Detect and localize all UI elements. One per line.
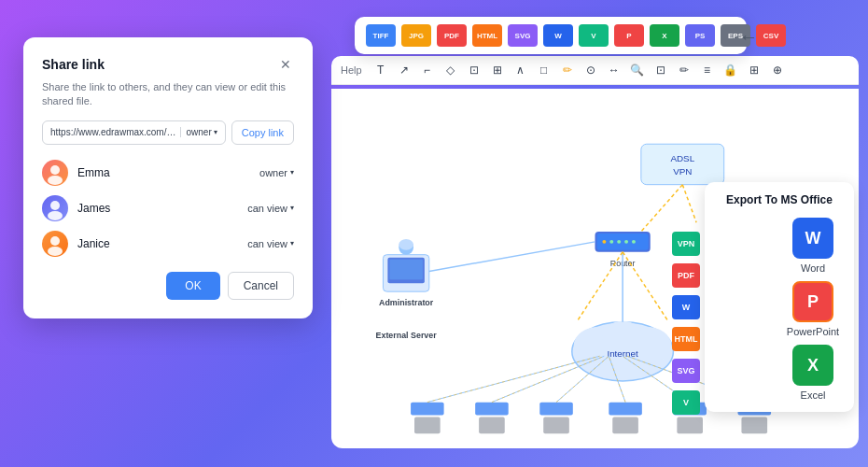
export-item-word[interactable]: W Word [783,218,843,274]
svg-rect-41 [609,403,642,416]
svg-text:External Server: External Server [376,331,438,340]
svg-text:VPN: VPN [673,166,692,177]
side-icon-pdf[interactable]: PDF [672,263,700,288]
ok-button[interactable]: OK [166,272,219,300]
svg-point-58 [48,247,63,256]
tool-text[interactable]: T [371,60,391,80]
user-row-janice: Janice can view ▾ [42,231,294,257]
svg-point-55 [50,201,60,210]
tool-corner[interactable]: ⌐ [417,60,438,80]
format-ppt[interactable]: P [614,24,644,47]
permission-emma[interactable]: owner ▾ [259,167,294,178]
close-button[interactable]: ✕ [277,56,294,73]
modal-footer: OK Cancel [42,272,294,300]
chevron-down-icon-emma: ▾ [290,168,294,177]
ppt-icon-box: P [792,281,833,322]
link-input-field[interactable]: https://www.edrawmax.com/online/fil owne… [42,120,226,145]
permission-label-janice: can view [247,238,287,249]
export-item-ppt[interactable]: P PowerPoint [783,281,843,337]
format-excel[interactable]: X [650,24,679,47]
svg-rect-33 [475,403,509,416]
svg-rect-34 [479,417,505,433]
help-label: Help [341,64,362,76]
permission-label-james: can view [247,203,287,214]
modal-title: Share link [42,57,105,72]
export-item-excel[interactable]: X Excel [783,345,843,401]
user-name-emma: Emma [77,166,259,179]
user-row-emma: Emma owner ▾ [42,160,294,186]
format-ps[interactable]: PS [685,24,715,47]
copy-link-button[interactable]: Copy link [231,120,294,145]
tool-zoom[interactable]: 🔍 [627,60,648,80]
link-permission-dropdown[interactable]: owner ▾ [180,127,217,137]
tool-lock[interactable]: 🔒 [721,60,741,80]
chevron-down-icon-james: ▾ [290,204,294,212]
side-icon-v[interactable]: V [672,390,700,415]
tool-rect[interactable]: □ [534,60,554,80]
avatar-emma [42,160,68,186]
svg-point-15 [617,240,621,244]
chevron-down-icon-janice: ▾ [290,239,294,248]
tool-box3[interactable]: ⊡ [651,60,671,80]
tool-move[interactable]: ↔ [604,60,624,80]
link-permission-label: owner [187,127,212,137]
svg-point-53 [50,165,60,175]
svg-rect-37 [539,403,573,416]
svg-rect-42 [612,417,638,433]
export-side-icons: VPN PDF W HTML SVG V [672,232,700,415]
svg-text:ADSL: ADSL [670,153,694,163]
tool-circle[interactable]: ⊙ [581,60,601,80]
avatar-janice [42,231,68,257]
export-toolbar: TIFF JPG PDF HTML SVG W V P X PS EPS CSV [355,17,747,54]
svg-rect-7 [389,260,423,280]
word-label: Word [801,262,825,274]
format-jpg[interactable]: JPG [401,24,431,47]
tool-lines[interactable]: ≡ [697,60,718,80]
excel-label: Excel [801,389,826,401]
word-icon-box: W [792,218,833,259]
svg-point-13 [602,240,606,244]
tool-plus[interactable]: ⊕ [767,60,788,80]
svg-line-3 [641,185,682,232]
svg-rect-29 [411,403,444,416]
user-name-janice: Janice [77,237,247,250]
chevron-down-icon: ▾ [214,128,217,136]
format-tiff[interactable]: TIFF [366,24,396,47]
link-url-text: https://www.edrawmax.com/online/fil [50,127,176,137]
svg-rect-38 [543,417,569,433]
format-csv[interactable]: CSV [756,24,786,47]
cancel-button[interactable]: Cancel [228,272,294,300]
permission-janice[interactable]: can view ▾ [247,238,294,249]
permission-james[interactable]: can view ▾ [247,203,294,214]
side-icon-html[interactable]: HTML [672,327,700,351]
format-pdf[interactable]: PDF [437,24,467,47]
tool-tri[interactable]: ∧ [511,60,531,80]
tool-grid[interactable]: ⊞ [744,60,764,80]
svg-line-4 [682,185,696,222]
format-svg[interactable]: SVG [508,24,538,47]
avatar-james [42,195,68,221]
toolbar-arrow: ← [739,26,758,48]
format-word[interactable]: W [543,24,573,47]
tool-pen[interactable]: ✏ [557,60,578,80]
tool-box2[interactable]: ⊞ [487,60,508,80]
share-modal: Share link ✕ Share the link to others, a… [23,37,313,318]
svg-rect-9 [399,239,413,250]
user-name-james: James [77,202,247,215]
side-icon-w[interactable]: W [672,295,700,319]
svg-point-56 [48,211,63,220]
svg-text:Administrator: Administrator [379,298,434,307]
side-icon-vpn[interactable]: VPN [672,232,700,256]
svg-point-54 [48,176,63,185]
tool-arrow[interactable]: ↗ [394,60,414,80]
svg-rect-30 [414,417,441,433]
side-icon-svg[interactable]: SVG [672,359,700,383]
modal-description: Share the link to others, and they can v… [42,80,294,109]
format-v[interactable]: V [579,24,609,47]
tool-shape[interactable]: ◇ [441,60,461,80]
user-row-james: James can view ▾ [42,195,294,221]
tool-edit[interactable]: ✏ [674,60,694,80]
format-html[interactable]: HTML [472,24,502,47]
export-grid: W Word P PowerPoint X Excel [716,218,843,401]
tool-box1[interactable]: ⊡ [464,60,484,80]
